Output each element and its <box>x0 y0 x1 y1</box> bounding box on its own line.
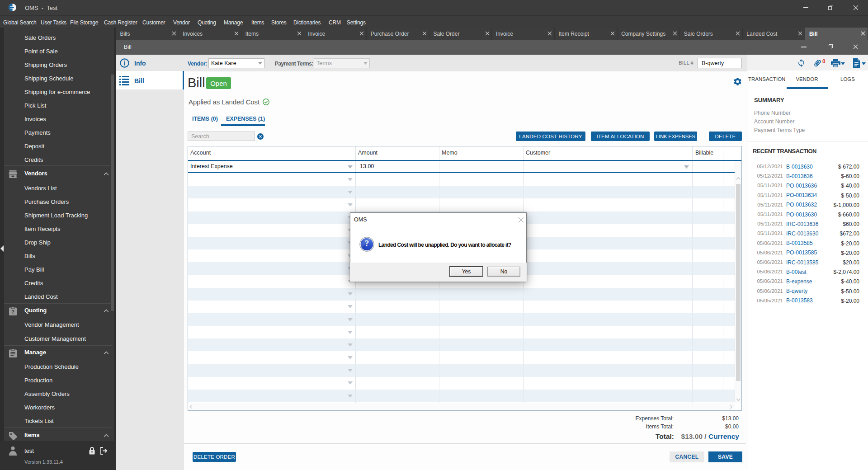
svg-text:?: ? <box>11 309 14 315</box>
svg-text:?: ? <box>365 239 369 248</box>
